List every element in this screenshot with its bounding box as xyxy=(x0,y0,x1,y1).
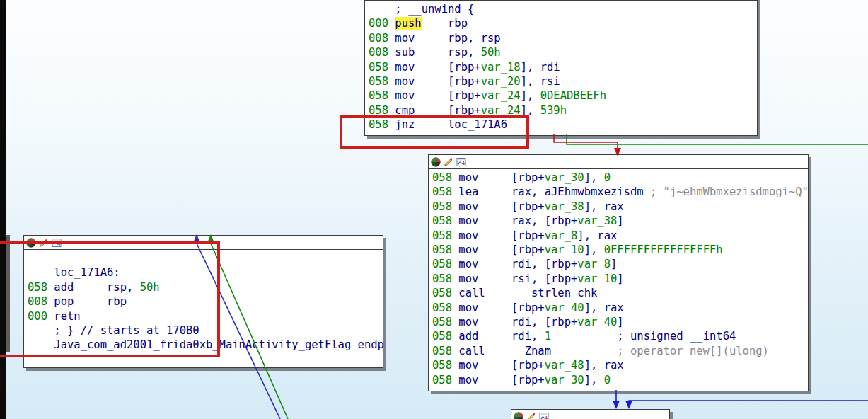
code-line[interactable]: 058 mov [rbp+var_24], 0DEADBEEFh xyxy=(369,88,757,103)
edge-red-fallthrough xyxy=(554,134,618,150)
edge-blue-into-loop-2 xyxy=(629,401,868,403)
basic-block-loop-partial[interactable] xyxy=(511,409,670,419)
code-line[interactable]: ; } // starts at 170B0 xyxy=(28,323,383,338)
code-line[interactable]: 058 mov [rbp+var_8], rax xyxy=(432,229,808,243)
disassembly-code[interactable]: 058 mov [rbp+var_30], 0058 lea rax, aJEh… xyxy=(429,169,808,387)
code-line[interactable]: 058 add rsp, 50h xyxy=(28,280,383,294)
code-line[interactable]: loc_171A6: xyxy=(28,265,383,280)
code-line[interactable]: 058 mov rdi, [rbp+var_40] xyxy=(432,315,808,329)
code-line[interactable]: 058 mov [rbp+var_38], rax xyxy=(432,200,808,214)
screen-left-gray-bar xyxy=(6,235,10,352)
pie-chart-icon[interactable] xyxy=(26,238,36,248)
edge-green-jump-out xyxy=(567,134,868,144)
code-line[interactable]: 058 mov [rbp+var_18], rdi xyxy=(369,60,757,74)
pie-chart-icon[interactable] xyxy=(514,412,523,419)
formula-icon[interactable] xyxy=(52,238,62,248)
edit-hand-icon[interactable] xyxy=(444,157,453,167)
pie-chart-icon[interactable] xyxy=(431,157,441,167)
code-line[interactable]: 058 mov rsi, [rbp+var_10] xyxy=(432,272,808,286)
edit-hand-icon[interactable] xyxy=(526,412,536,419)
formula-icon[interactable] xyxy=(539,412,549,419)
code-line[interactable]: 000 retn xyxy=(28,309,383,323)
node-titlebar xyxy=(429,155,808,169)
edge-blue-into-loop-1-arrowhead xyxy=(613,401,620,409)
code-line[interactable]: 058 lea rax, aJEhmwbmxezisdm ; "j~ehmWbm… xyxy=(432,185,808,199)
basic-block-entry[interactable]: ; __unwind {000 push rbp008 mov rbp, rsp… xyxy=(364,0,758,136)
node-titlebar xyxy=(24,236,383,250)
code-line[interactable]: 008 mov rbp, rsp xyxy=(369,31,757,45)
screen-left-black-bar xyxy=(0,0,6,419)
disassembly-code[interactable]: loc_171A6:058 add rsp, 50h008 pop rbp000… xyxy=(24,250,383,352)
code-line[interactable]: 000 push rbp xyxy=(369,16,757,30)
node-titlebar xyxy=(511,410,669,419)
basic-block-exit-loc-171A6[interactable]: loc_171A6:058 add rsp, 50h008 pop rbp000… xyxy=(23,235,383,368)
code-line[interactable]: 058 mov [rbp+var_20], rsi xyxy=(369,74,757,88)
code-line[interactable]: 058 add rdi, 1 ; unsigned __int64 xyxy=(432,329,808,343)
code-line[interactable] xyxy=(28,251,383,265)
code-line[interactable]: 058 mov rdi, [rbp+var_8] xyxy=(432,257,808,271)
graph-canvas[interactable]: ; __unwind {000 push rbp008 mov rbp, rsp… xyxy=(0,0,868,419)
code-line[interactable]: 058 call ___strlen_chk xyxy=(432,286,808,300)
code-line[interactable]: 058 mov [rbp+var_30], 0 xyxy=(432,373,808,387)
code-line[interactable]: 058 mov rax, [rbp+var_38] xyxy=(432,214,808,228)
disassembly-code[interactable]: ; __unwind {000 push rbp008 mov rbp, rsp… xyxy=(365,1,757,132)
code-line[interactable]: 058 call __Znam ; operator new[](ulong) xyxy=(432,344,808,358)
code-line[interactable]: Java_com_ad2001_frida0xb_MainActivity_ge… xyxy=(28,338,383,352)
code-line[interactable]: 008 sub rsp, 50h xyxy=(369,45,757,59)
code-line[interactable]: 058 mov [rbp+var_10], 0FFFFFFFFFFFFFFFFh xyxy=(432,243,808,257)
code-line[interactable]: 058 cmp [rbp+var_24], 539h xyxy=(369,103,757,117)
code-line[interactable]: 058 mov [rbp+var_48], rax xyxy=(432,358,808,372)
code-line[interactable]: 058 jnz loc_171A6 xyxy=(369,117,757,132)
edge-blue-into-loop-2-arrowhead xyxy=(625,401,632,409)
basic-block-string-setup[interactable]: 058 mov [rbp+var_30], 0058 lea rax, aJEh… xyxy=(428,154,809,391)
edit-hand-icon[interactable] xyxy=(39,238,49,248)
code-line[interactable]: 008 pop rbp xyxy=(28,294,383,309)
formula-icon[interactable] xyxy=(456,157,466,167)
code-line[interactable]: ; __unwind { xyxy=(369,2,757,16)
code-line[interactable]: 058 mov [rbp+var_40], rax xyxy=(432,301,808,315)
code-line[interactable]: 058 mov [rbp+var_30], 0 xyxy=(432,171,808,185)
